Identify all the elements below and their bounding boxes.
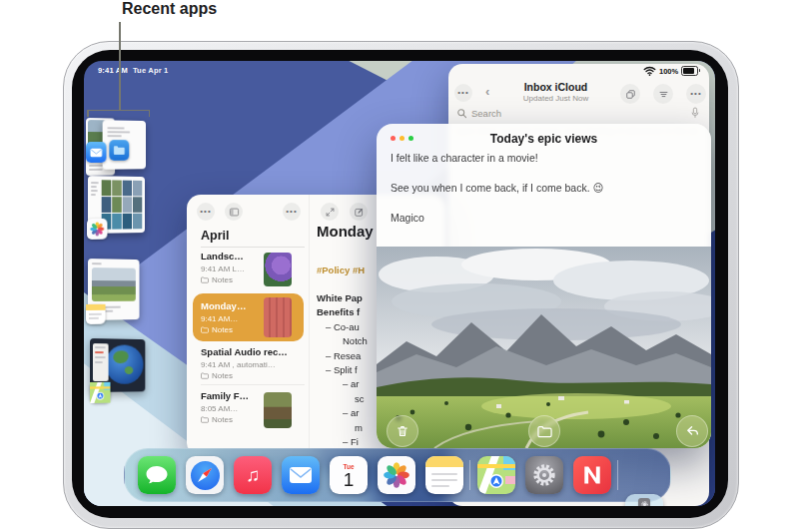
dock: ♫ Tue 1 xyxy=(124,448,671,502)
mailbox-header: Inbox iCloud Updated Just Now xyxy=(498,81,613,103)
mini-globe xyxy=(106,344,144,384)
more-button[interactable]: ••• xyxy=(686,84,706,104)
gear-icon xyxy=(638,498,650,506)
move-to-folder-button[interactable] xyxy=(528,415,560,447)
expand-icon xyxy=(325,207,336,218)
battery-percent: 100% xyxy=(659,67,678,76)
note-item-meta: 9:41 AM , automati… xyxy=(201,360,305,369)
compose-icon xyxy=(354,207,365,218)
maps-icon xyxy=(477,456,515,494)
callout-bracket xyxy=(87,110,150,118)
recent-app-thumbnail-maps[interactable] xyxy=(90,338,147,404)
list-more-button[interactable]: ••• xyxy=(283,203,301,221)
filter-button[interactable] xyxy=(653,84,673,104)
reply-button[interactable] xyxy=(676,415,708,447)
recent-app-thumbnail-photos[interactable] xyxy=(86,176,146,238)
ipad-bezel: 9:41 AMTue Apr 1 100% xyxy=(72,50,728,518)
calendar-day: 1 xyxy=(344,470,355,490)
reply-icon xyxy=(685,424,700,438)
quick-note-line[interactable]: See you when I come back, if I come back… xyxy=(391,182,690,194)
dock-app-library[interactable]: A xyxy=(625,494,663,506)
note-item-meta: 9:41 AM… xyxy=(201,314,261,323)
divider xyxy=(201,247,305,248)
search-icon xyxy=(456,108,467,119)
folder-icon xyxy=(201,326,209,333)
callout-line xyxy=(119,22,121,110)
screenshot-root: Recent apps 9:41 AMTue Apr 1 100% xyxy=(0,0,799,532)
dictation-mic-icon[interactable] xyxy=(690,105,700,123)
status-time: 9:41 AM xyxy=(98,66,128,75)
mini-photo-grid xyxy=(102,180,143,230)
dock-app-messages[interactable] xyxy=(138,456,176,494)
folder-icon xyxy=(201,416,209,423)
folder-icon xyxy=(201,372,209,379)
note-item-title: Spatial Audio rec… xyxy=(201,346,305,357)
note-list-item[interactable]: Family F… 8:05 AM… Notes xyxy=(201,390,261,424)
sidebar-title: April xyxy=(201,229,229,243)
ellipsis-icon: ••• xyxy=(286,208,297,216)
mail-icon xyxy=(86,142,106,163)
dock-app-photos[interactable] xyxy=(378,456,415,494)
recent-app-thumbnail-notes[interactable] xyxy=(86,259,141,324)
ellipsis-icon: ••• xyxy=(457,89,468,97)
ipad-screen: 9:41 AMTue Apr 1 100% xyxy=(84,61,715,506)
quick-note-line[interactable]: I felt like a character in a movie! xyxy=(391,152,690,164)
status-date: Tue Apr 1 xyxy=(133,66,169,75)
sidebar-divider xyxy=(309,195,310,453)
copy-icon xyxy=(625,89,636,100)
note-list-item[interactable]: Monday… 9:41 AM… Notes xyxy=(201,300,261,334)
note-item-thumbnail xyxy=(264,392,292,428)
copy-button[interactable] xyxy=(620,84,640,104)
dock-app-news[interactable] xyxy=(573,456,611,494)
photos-icon xyxy=(87,219,107,240)
status-right: 100% xyxy=(643,66,698,76)
note-list-item[interactable]: Spatial Audio rec… 9:41 AM , automati… N… xyxy=(201,346,305,380)
dock-app-mail[interactable] xyxy=(282,456,320,494)
recent-app-thumbnail-mail-files[interactable] xyxy=(86,114,147,184)
quick-note-window: Today's epic views I felt like a charact… xyxy=(377,124,711,448)
divider xyxy=(201,384,305,385)
dock-divider xyxy=(617,460,618,490)
dock-app-notes[interactable] xyxy=(425,456,463,494)
dock-app-maps[interactable] xyxy=(477,456,515,494)
maps-icon xyxy=(90,382,110,403)
dock-app-safari[interactable] xyxy=(186,456,224,494)
ellipsis-icon: ••• xyxy=(690,90,701,98)
sidebar-toggle-button[interactable] xyxy=(225,203,243,221)
filter-lines-icon xyxy=(658,89,669,100)
callout-label: Recent apps xyxy=(122,0,217,18)
dock-divider xyxy=(469,460,470,490)
quick-note-line[interactable]: Magico xyxy=(391,212,690,224)
note-item-thumbnail xyxy=(264,297,292,337)
folder-icon xyxy=(201,276,209,283)
window-controls-button[interactable]: ••• xyxy=(454,84,472,102)
safari-icon xyxy=(191,461,220,490)
window-controls-button[interactable]: ••• xyxy=(197,203,215,221)
note-item-title: Monday… xyxy=(201,300,261,311)
mailbox-updated: Updated Just Now xyxy=(498,94,613,103)
note-item-folder: Notes xyxy=(201,415,261,424)
note-item-thumbnail xyxy=(264,253,292,286)
sidebar-toggle-icon xyxy=(229,207,240,218)
news-icon xyxy=(580,463,604,487)
notes-icon xyxy=(86,304,106,324)
files-icon xyxy=(109,140,129,161)
search-placeholder: Search xyxy=(471,108,501,119)
note-item-title: Family F… xyxy=(201,390,261,401)
delete-note-button[interactable] xyxy=(387,415,418,447)
search-field[interactable]: Search xyxy=(456,108,501,119)
note-item-folder: Notes xyxy=(201,371,305,380)
note-list-item[interactable]: Landsc… 9:41 AM L… Notes xyxy=(201,251,261,284)
expand-button[interactable] xyxy=(321,203,339,221)
ellipsis-icon: ••• xyxy=(200,208,211,216)
compose-button[interactable] xyxy=(350,203,368,221)
dock-app-music[interactable]: ♫ xyxy=(234,456,272,494)
dock-app-calendar[interactable]: Tue 1 xyxy=(330,456,368,494)
ipad-frame: 9:41 AMTue Apr 1 100% xyxy=(63,41,739,529)
gear-icon xyxy=(529,460,559,490)
note-item-folder: Notes xyxy=(201,325,261,334)
back-chevron-icon[interactable]: ‹ xyxy=(485,84,489,99)
dock-app-settings[interactable] xyxy=(525,456,563,494)
note-item-title: Landsc… xyxy=(201,251,261,262)
note-item-meta: 9:41 AM L… xyxy=(201,265,261,273)
